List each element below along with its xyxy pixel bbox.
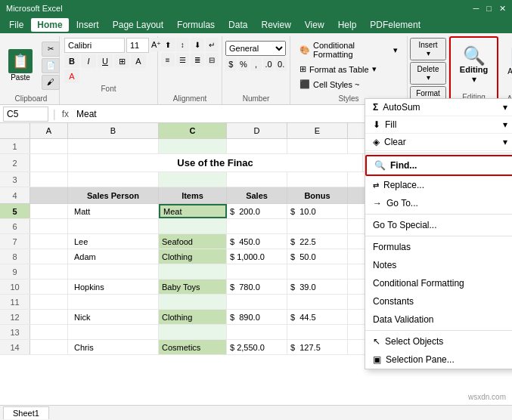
cell-c14[interactable]: Cosmetics <box>159 340 227 354</box>
number-format-select[interactable]: General <box>225 41 286 56</box>
cell-e7[interactable]: $ 22.5 <box>287 234 348 249</box>
menu-review[interactable]: Review <box>255 18 296 32</box>
cell-styles-button[interactable]: ⬛ Cell Styles ~ <box>296 78 401 91</box>
cell-reference-input[interactable] <box>3 107 48 122</box>
cell-e5[interactable]: $ 10.0 <box>287 204 348 218</box>
percent-button[interactable]: % <box>238 57 250 71</box>
cell-e14[interactable]: $ 127.5 <box>287 340 348 354</box>
dropdown-conditional[interactable]: Conditional Formatting <box>365 274 512 292</box>
border-button[interactable]: ⊞ <box>114 54 129 68</box>
align-right-button[interactable]: ≣ <box>191 53 204 66</box>
align-top-button[interactable]: ⬆ <box>161 38 175 51</box>
cell-a13[interactable] <box>30 325 68 339</box>
menu-file[interactable]: File <box>3 18 29 32</box>
currency-button[interactable]: $ <box>225 57 237 71</box>
align-left-button[interactable]: ≡ <box>161 53 175 66</box>
dropdown-selection-pane[interactable]: ▣ Selection Pane... <box>365 351 512 369</box>
cell-b6[interactable] <box>68 219 159 233</box>
cell-c6[interactable] <box>159 219 227 233</box>
cell-e1[interactable] <box>287 139 348 153</box>
cell-a2[interactable] <box>30 154 68 171</box>
cell-a8[interactable] <box>30 249 68 264</box>
cell-d13[interactable] <box>227 325 287 339</box>
col-header-c[interactable]: C <box>159 123 227 138</box>
menu-insert[interactable]: Insert <box>70 18 105 32</box>
cell-e6[interactable] <box>287 219 348 233</box>
cell-b7[interactable]: Lee <box>68 234 159 249</box>
menu-home[interactable]: Home <box>31 18 68 32</box>
cell-e10[interactable]: $ 39.0 <box>287 279 348 294</box>
minimize-icon[interactable]: ─ <box>473 4 479 14</box>
close-icon[interactable]: ✕ <box>499 4 506 14</box>
font-name-input[interactable] <box>64 38 125 53</box>
cell-c12[interactable]: Clothing <box>159 310 227 324</box>
cell-b12[interactable]: Nick <box>68 310 159 324</box>
dropdown-select-objects[interactable]: ↖ Select Objects <box>365 332 512 351</box>
dropdown-data-validation[interactable]: Data Validation <box>365 310 512 329</box>
col-header-d[interactable]: D <box>227 123 287 138</box>
cell-a10[interactable] <box>30 279 68 294</box>
dropdown-fill[interactable]: ⬇ Fill ▾ <box>365 116 512 134</box>
cell-d14[interactable]: $ 2,550.0 <box>227 340 287 354</box>
cell-e12[interactable]: $ 44.5 <box>287 310 348 324</box>
cell-b1[interactable] <box>68 139 159 153</box>
cell-d5[interactable]: $ 200.0 <box>227 204 287 218</box>
cell-a9[interactable] <box>30 264 68 279</box>
cell-d1[interactable] <box>227 139 287 153</box>
align-middle-button[interactable]: ↕ <box>176 38 190 51</box>
dropdown-replace[interactable]: ⇄ Replace... <box>365 176 512 194</box>
font-color-button[interactable]: A <box>64 69 79 83</box>
cell-c10[interactable]: Baby Toys <box>159 279 227 294</box>
wrap-text-button[interactable]: ↵ <box>206 38 219 51</box>
cell-d8[interactable]: $ 1,000.0 <box>227 249 287 264</box>
cut-button[interactable]: ✂ <box>42 42 60 57</box>
conditional-formatting-button[interactable]: 🎨 Conditional Formatting ▾ <box>296 39 401 60</box>
dropdown-notes[interactable]: Notes <box>365 256 512 274</box>
cell-d6[interactable] <box>227 219 287 233</box>
cell-e3[interactable] <box>287 172 348 187</box>
cell-e9[interactable] <box>287 264 348 279</box>
cell-d3[interactable] <box>227 172 287 187</box>
menu-data[interactable]: Data <box>222 18 253 32</box>
col-header-e[interactable]: E <box>287 123 348 138</box>
cell-b10[interactable]: Hopkins <box>68 279 159 294</box>
format-as-table-button[interactable]: ⊞ Format as Table ▾ <box>296 63 401 76</box>
underline-button[interactable]: U <box>98 54 113 68</box>
cell-c9[interactable] <box>159 264 227 279</box>
editing-icon[interactable]: 🔍 <box>463 47 486 65</box>
cell-b3[interactable] <box>68 172 159 187</box>
cell-d11[interactable] <box>227 295 287 309</box>
cell-b8[interactable]: Adam <box>68 249 159 264</box>
cell-e8[interactable]: $ 50.0 <box>287 249 348 264</box>
cell-b2-merged[interactable]: Use of the Finac <box>68 154 363 171</box>
italic-button[interactable]: I <box>81 54 96 68</box>
format-painter-button[interactable]: 🖌 <box>42 75 60 90</box>
dropdown-goto-special[interactable]: Go To Special... <box>365 216 512 234</box>
dropdown-clear[interactable]: ◈ Clear ▾ <box>365 134 512 151</box>
align-center-button[interactable]: ☰ <box>176 53 190 66</box>
dropdown-formulas[interactable]: Formulas <box>365 238 512 256</box>
dropdown-constants[interactable]: Constants <box>365 292 512 310</box>
cell-b4[interactable]: Sales Person <box>68 187 159 203</box>
bold-button[interactable]: B <box>64 54 79 68</box>
menu-view[interactable]: View <box>299 18 330 32</box>
cell-c8[interactable]: Clothing <box>159 249 227 264</box>
analyze-data-button[interactable]: 📊 AnalyzeData <box>507 38 512 93</box>
cell-b11[interactable] <box>68 295 159 309</box>
cell-a6[interactable] <box>30 219 68 233</box>
cell-d12[interactable]: $ 890.0 <box>227 310 287 324</box>
menu-formulas[interactable]: Formulas <box>171 18 221 32</box>
cell-c3[interactable] <box>159 172 227 187</box>
maximize-icon[interactable]: □ <box>486 4 492 14</box>
col-header-a[interactable]: A <box>30 123 68 138</box>
cell-a11[interactable] <box>30 295 68 309</box>
title-bar-controls[interactable]: ─ □ ✕ <box>473 4 506 14</box>
cell-b9[interactable] <box>68 264 159 279</box>
cell-d9[interactable] <box>227 264 287 279</box>
cell-b13[interactable] <box>68 325 159 339</box>
cell-e11[interactable] <box>287 295 348 309</box>
dropdown-goto[interactable]: → Go To... <box>365 194 512 212</box>
cell-a1[interactable] <box>30 139 68 153</box>
merge-center-button[interactable]: ⊟ <box>206 53 219 66</box>
menu-page-layout[interactable]: Page Layout <box>107 18 169 32</box>
